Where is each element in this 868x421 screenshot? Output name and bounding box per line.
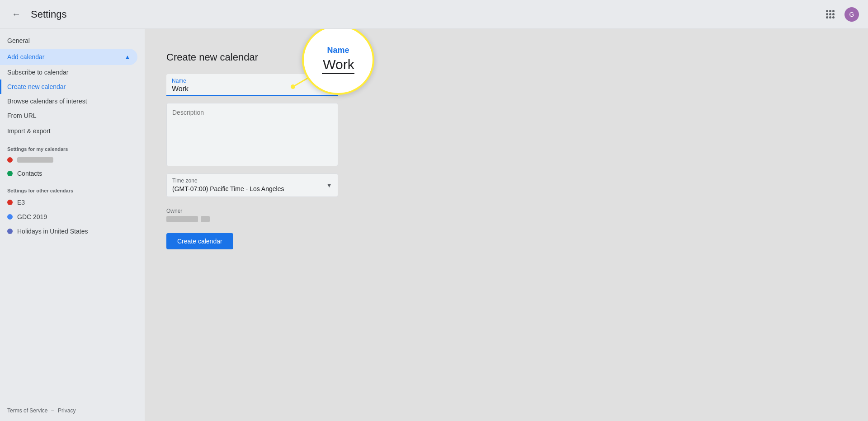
sidebar-subitem-from-url[interactable]: From URL [0, 108, 145, 123]
browse-label: Browse calendars of interest [7, 98, 87, 105]
main-content: Name Work Create new calendar Name [145, 29, 868, 421]
calendar-name-gdc: GDC 2019 [17, 213, 47, 220]
app-header: ← Settings G [0, 0, 868, 29]
description-field-group [166, 103, 338, 166]
timezone-value: (GMT-07:00) Pacific Time - Los Angeles [172, 185, 284, 192]
calendar-entry-my-1[interactable] [0, 154, 145, 166]
other-calendars-header: Settings for other calendars [0, 181, 145, 195]
create-button-label: Create calendar [177, 238, 222, 245]
sidebar: General Add calendar ▲ Subscribe to cale… [0, 29, 145, 421]
owner-value [166, 216, 338, 222]
apps-button[interactable] [821, 5, 839, 23]
my-calendars-header: Settings for my calendars [0, 139, 145, 154]
calendar-dot-my-1 [7, 157, 13, 163]
calendar-entry-e3[interactable]: E3 [0, 195, 145, 210]
create-calendar-form: Name Time zone (GMT-07:00) Pacific Time … [166, 74, 338, 249]
dropdown-arrow-icon: ▼ [326, 182, 332, 189]
name-field-wrapper: Name [166, 74, 338, 96]
name-input[interactable] [172, 85, 333, 93]
description-field-wrapper [166, 103, 338, 166]
calendar-dot-contacts [7, 171, 13, 176]
back-button[interactable]: ← [7, 5, 25, 23]
timezone-content: Time zone (GMT-07:00) Pacific Time - Los… [172, 178, 284, 193]
apps-icon [826, 10, 835, 19]
calendar-name-contacts: Contacts [17, 170, 42, 177]
create-new-label: Create new calendar [7, 83, 66, 90]
create-calendar-button[interactable]: Create calendar [166, 233, 233, 249]
calendar-dot-e3 [7, 200, 13, 205]
avatar: G [844, 7, 859, 22]
footer-links: Terms of Service – Privacy [0, 400, 83, 421]
calendar-name-holidays: Holidays in United States [17, 228, 88, 235]
timezone-field-group: Time zone (GMT-07:00) Pacific Time - Los… [166, 173, 338, 197]
owner-extra-blurred [201, 216, 210, 222]
create-calendar-title: Create new calendar [166, 51, 846, 63]
calendar-dot-gdc [7, 214, 13, 220]
main-layout: General Add calendar ▲ Subscribe to cale… [0, 29, 868, 421]
sidebar-subitem-browse[interactable]: Browse calendars of interest [0, 94, 145, 108]
sidebar-item-add-calendar[interactable]: Add calendar ▲ [0, 49, 137, 65]
subscribe-label: Subscribe to calendar [7, 69, 68, 76]
owner-label: Owner [166, 208, 338, 214]
sidebar-subitem-subscribe[interactable]: Subscribe to calendar [0, 65, 145, 80]
calendar-dot-holidays [7, 229, 13, 234]
sidebar-subitem-create-new[interactable]: Create new calendar [0, 80, 145, 94]
description-input[interactable] [172, 109, 332, 159]
back-icon: ← [12, 9, 21, 19]
from-url-label: From URL [7, 112, 37, 119]
import-export-label: Import & export [7, 127, 51, 135]
privacy-link[interactable]: Privacy [58, 407, 75, 414]
calendar-name-e3: E3 [17, 199, 25, 206]
calendar-entry-gdc[interactable]: GDC 2019 [0, 210, 145, 224]
sidebar-item-import-export[interactable]: Import & export [0, 123, 137, 139]
general-label: General [7, 37, 30, 44]
calendar-name-blurred [17, 157, 53, 163]
owner-field: Owner [166, 204, 338, 226]
page-title-header: Settings [31, 9, 67, 20]
chevron-up-icon: ▲ [125, 54, 130, 60]
header-left: ← Settings [7, 5, 67, 23]
terms-link[interactable]: Terms of Service [7, 407, 47, 414]
owner-name-blurred [166, 216, 198, 222]
calendar-entry-contacts[interactable]: Contacts [0, 166, 145, 181]
add-calendar-label: Add calendar [7, 53, 45, 61]
name-field-group: Name [166, 74, 338, 96]
name-field-label: Name [172, 78, 333, 84]
timezone-label: Time zone [172, 178, 284, 184]
timezone-select[interactable]: Time zone (GMT-07:00) Pacific Time - Los… [166, 173, 338, 197]
account-button[interactable]: G [843, 5, 861, 23]
header-right: G [821, 5, 861, 23]
footer-separator: – [51, 407, 54, 414]
sidebar-item-general[interactable]: General [0, 33, 137, 49]
calendar-entry-holidays[interactable]: Holidays in United States [0, 224, 145, 239]
